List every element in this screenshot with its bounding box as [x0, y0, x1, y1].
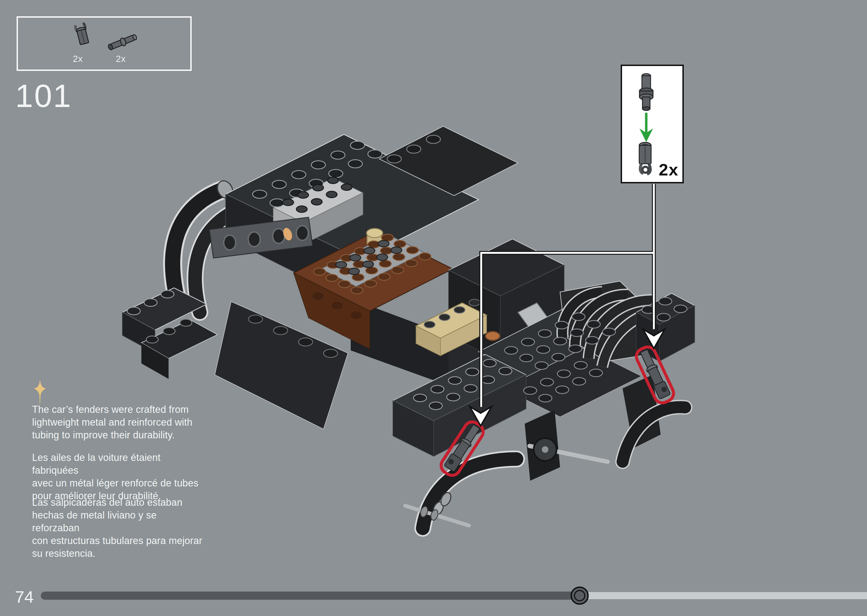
note-french: Les ailes de la voiture étaient fabriqué…	[32, 451, 206, 502]
sparkle-icon	[32, 380, 51, 406]
pin-with-clip-icon	[59, 18, 99, 56]
page-number: 74	[15, 587, 34, 607]
progress-fill	[41, 592, 580, 600]
note-spanish: Las salpicaderas del auto estaban hechas…	[32, 496, 206, 560]
part-slot: 2x	[99, 18, 146, 69]
step-number: 101	[15, 77, 72, 114]
notes-block: The car’s fenders were crafted from ligh…	[32, 380, 206, 407]
progress-handle[interactable]	[568, 584, 591, 607]
instruction-page: 2x 2x 101	[0, 0, 867, 616]
callout-count-label: 2x	[659, 160, 679, 179]
part-count-label: 2x	[116, 54, 126, 64]
parts-panel: 2x 2x	[17, 16, 192, 71]
bar-holder-clip-icon	[639, 142, 651, 174]
insert-arrow-icon	[640, 113, 653, 142]
copper-stud-icon	[486, 332, 500, 340]
parts-callout: 2x	[621, 64, 684, 183]
note-english: The car’s fenders were crafted from ligh…	[32, 403, 192, 442]
axle-pin-connector-icon	[99, 18, 146, 56]
part-slot: 2x	[59, 18, 99, 69]
part-count-label: 2x	[73, 54, 83, 64]
technic-pin-icon	[640, 74, 653, 110]
